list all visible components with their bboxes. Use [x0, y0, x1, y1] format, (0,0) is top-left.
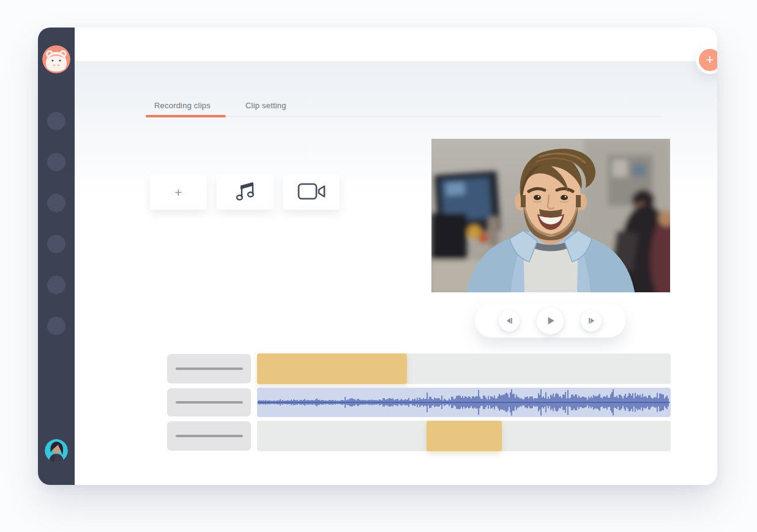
sidebar-nav-item[interactable]	[47, 194, 65, 212]
skip-forward-icon	[587, 316, 596, 325]
tab-recording-clips[interactable]: Recording clips	[154, 101, 211, 110]
timeline-track	[167, 388, 671, 417]
skip-forward-button[interactable]	[581, 311, 602, 331]
track-label-handle	[167, 354, 251, 383]
play-icon	[545, 315, 556, 327]
timeline-track	[167, 421, 671, 451]
video-preview-image	[431, 139, 670, 292]
play-button[interactable]	[537, 308, 564, 334]
add-new-fab-button[interactable]: +	[699, 49, 717, 71]
sidebar-nav-item[interactable]	[47, 153, 65, 171]
add-clip-button[interactable]: +	[150, 175, 207, 210]
track-label-handle	[167, 388, 251, 416]
tab-clip-setting[interactable]: Clip setting	[245, 101, 286, 110]
sidebar-nav	[47, 112, 65, 335]
track-label-handle	[167, 421, 251, 451]
sidebar-nav-item[interactable]	[47, 112, 65, 130]
sidebar-nav-item[interactable]	[47, 276, 65, 294]
timeline-track	[167, 353, 671, 384]
sidebar-nav-item[interactable]	[47, 317, 65, 335]
track-lane-video[interactable]	[257, 353, 671, 384]
skip-back-button[interactable]	[499, 311, 520, 331]
app-window: + Recording clips Clip setting +	[38, 28, 717, 485]
user-avatar[interactable]	[45, 439, 68, 462]
track-label-bar	[176, 401, 243, 404]
video-camera-icon	[297, 182, 326, 203]
track-label-bar	[176, 368, 243, 370]
app-logo-monkey-icon	[42, 45, 70, 73]
playback-controls	[475, 304, 625, 338]
skip-back-icon	[505, 316, 514, 325]
timeline-clip[interactable]	[427, 421, 502, 451]
timeline-clip[interactable]	[257, 353, 407, 384]
add-video-button[interactable]	[283, 175, 340, 210]
music-note-icon	[234, 180, 257, 205]
track-label-bar	[176, 435, 243, 437]
main-panel: + Recording clips Clip setting +	[75, 28, 717, 485]
sidebar	[38, 28, 75, 485]
plus-icon: +	[174, 185, 182, 200]
track-lane-overlay[interactable]	[257, 421, 671, 451]
add-music-button[interactable]	[217, 175, 274, 210]
sidebar-nav-item[interactable]	[47, 235, 65, 253]
active-tab-indicator	[146, 115, 226, 117]
audio-waveform-graphic	[257, 388, 671, 417]
track-lane-audio-waveform[interactable]	[257, 388, 671, 417]
